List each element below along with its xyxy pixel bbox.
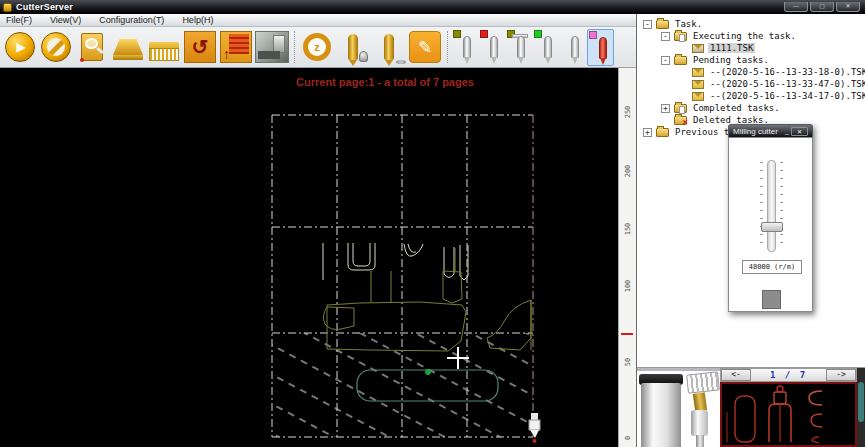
tree-row-1111-tsk[interactable]: 1111.TSK [637, 42, 865, 54]
total-pages: 7 [800, 370, 807, 380]
minimize-button[interactable]: — [784, 2, 808, 12]
ruler-label: 50 [624, 355, 632, 369]
folder-task-icon [674, 104, 687, 113]
menu-bar: File(F) View(V) Configuration(T) Help(H) [0, 14, 636, 27]
stop-button[interactable] [38, 29, 74, 66]
tree-row-pending-file-2[interactable]: --(2020-5-16--13-33-47-0).TSK [637, 78, 865, 90]
toolbar-separator [447, 31, 448, 63]
slider-ticks [780, 162, 783, 250]
slider-ticks [760, 162, 763, 250]
preview-scrollbar[interactable] [857, 368, 865, 447]
pen-green-icon [544, 36, 552, 58]
expand-icon[interactable]: + [643, 128, 652, 137]
tree-row-task[interactable]: - Task. [637, 18, 865, 30]
app-icon [3, 3, 12, 12]
milling-cutter-dialog: Milling cutter _ ✕ 48000 (r/m) [728, 124, 813, 312]
tree-label[interactable]: Executing the task. [691, 31, 798, 41]
preview-button[interactable] [74, 29, 110, 66]
ruler-label: 250 [624, 105, 632, 119]
title-bar[interactable]: CutterServer — ▢ ✕ [0, 0, 865, 14]
menu-help[interactable]: Help(H) [182, 15, 213, 25]
cutting-machine-icon [255, 31, 289, 63]
dialog-title-bar[interactable]: Milling cutter _ ✕ [728, 124, 813, 137]
spacer [679, 44, 688, 53]
tree-row-completed[interactable]: + Completed tasks. [637, 102, 865, 114]
tree-label[interactable]: Pending tasks. [691, 55, 771, 65]
rotate-icon: ↺ [184, 31, 216, 63]
pattern-drawing [0, 68, 618, 447]
pen-pink-active-icon [599, 37, 607, 59]
current-page: 1 [770, 370, 777, 380]
start-button[interactable]: ▶ [2, 29, 38, 66]
apply-color-button[interactable] [762, 290, 781, 309]
edit-pencil-icon: ✎ [409, 31, 441, 63]
menu-view[interactable]: View(V) [50, 15, 81, 25]
pen-caliper-button[interactable] [506, 29, 533, 66]
speed-slider-thumb[interactable] [761, 222, 783, 232]
piece-anchor-dot [425, 369, 431, 375]
folder-icon [674, 56, 687, 65]
tree-label[interactable]: Task. [673, 19, 704, 29]
pattern-canvas[interactable]: Current page:1 - a total of 7 pages [0, 68, 618, 447]
dialog-close-button[interactable]: ✕ [791, 127, 808, 136]
maximize-button[interactable]: ▢ [810, 2, 834, 12]
page-indicator: 1 / 7 [751, 370, 826, 380]
spacer [679, 92, 688, 101]
menu-file[interactable]: File(F) [6, 15, 32, 25]
folder-delete-icon [674, 116, 687, 125]
edit-button[interactable]: ✎ [407, 29, 443, 66]
toolbar-separator [294, 31, 295, 63]
tree-row-pending-file-1[interactable]: --(2020-5-16--13-33-18-0).TSK [637, 66, 865, 78]
pen-pink-active-button[interactable] [587, 29, 614, 66]
prev-page-button[interactable]: <- [721, 369, 751, 381]
envelope-icon [692, 68, 704, 77]
pen-red-button[interactable] [479, 29, 506, 66]
pen-plain-button[interactable] [560, 29, 587, 66]
tree-label[interactable]: --(2020-5-16--13-33-47-0).TSK [708, 79, 865, 89]
speed-value-field[interactable]: 48000 (r/m) [742, 260, 802, 274]
pen-knob-tool-button[interactable] [335, 29, 371, 66]
folder-icon [656, 20, 669, 29]
folder-task-icon [674, 32, 687, 41]
preview-thumbnail[interactable] [720, 382, 857, 447]
open-envelope-icon [692, 44, 704, 53]
press-button[interactable] [110, 29, 146, 66]
cutter-comb-button[interactable] [146, 29, 182, 66]
pink-square-icon [589, 31, 597, 39]
pen-olive-button[interactable] [452, 29, 479, 66]
nesting-button[interactable]: ↑ [218, 29, 254, 66]
pen-green-button[interactable] [533, 29, 560, 66]
cutter-shaft [696, 435, 704, 447]
speed-slider-track[interactable] [767, 160, 776, 252]
rotate-button[interactable]: ↺ [182, 29, 218, 66]
collapse-icon[interactable]: - [643, 20, 652, 29]
tree-row-pending-file-3[interactable]: --(2020-5-16--13-34-17-0).TSK [637, 90, 865, 102]
envelope-icon [692, 80, 704, 89]
collapse-icon[interactable]: - [661, 56, 670, 65]
ruler-position-marker [621, 333, 633, 335]
spacer [661, 116, 670, 125]
pen-tool-button[interactable] [371, 29, 407, 66]
cutter-connector [686, 371, 720, 393]
tree-label-selected[interactable]: 1111.TSK [708, 43, 755, 53]
tree-label[interactable]: --(2020-5-16--13-33-18-0).TSK [708, 67, 865, 77]
tree-label[interactable]: --(2020-5-16--13-34-17-0).TSK [708, 91, 865, 101]
expand-icon[interactable]: + [661, 104, 670, 113]
next-page-button[interactable]: -> [826, 369, 856, 381]
folder-icon [656, 128, 669, 137]
start-icon: ▶ [5, 32, 35, 62]
collapse-icon[interactable]: - [661, 32, 670, 41]
tree-row-executing[interactable]: - Executing the task. [637, 30, 865, 42]
cutter-photo-panel [637, 368, 720, 447]
refresh-button[interactable]: z [299, 29, 335, 66]
scrollbar-thumb[interactable] [858, 382, 864, 422]
machine-button[interactable] [254, 29, 290, 66]
pen-plain-icon [571, 36, 579, 58]
cutter-body [641, 383, 681, 447]
tree-label[interactable]: Completed tasks. [691, 103, 782, 113]
close-button[interactable]: ✕ [836, 2, 860, 12]
tree-row-pending[interactable]: - Pending tasks. [637, 54, 865, 66]
dialog-minimize-button[interactable]: _ [785, 128, 789, 134]
refresh-icon: z [303, 33, 331, 61]
menu-configuration[interactable]: Configuration(T) [99, 15, 164, 25]
